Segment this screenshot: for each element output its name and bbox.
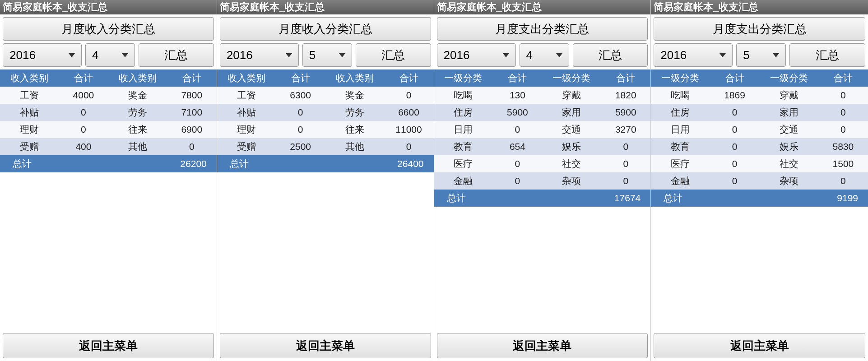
back-button[interactable]: 返回主菜单 <box>437 333 648 358</box>
table-cell: 5830 <box>814 141 868 152</box>
table-cell: 杂项 <box>542 175 596 187</box>
summarize-button[interactable]: 汇总 <box>789 43 865 67</box>
total-label: 总计 <box>0 157 61 170</box>
table-row: 受赠2500其他0 <box>217 138 434 155</box>
filter-row: 20165汇总 <box>651 43 868 69</box>
year-value: 2016 <box>227 48 253 62</box>
year-dropdown[interactable]: 2016 <box>3 43 82 67</box>
table-header-cell: 合计 <box>705 72 759 84</box>
table-row: 理财0往来11000 <box>217 121 434 138</box>
table-header-cell: 收入类别 <box>217 72 271 84</box>
chevron-down-icon <box>773 53 779 57</box>
table-cell: 往来 <box>325 123 380 136</box>
window-title: 简易家庭帐本_收支汇总 <box>0 0 217 14</box>
table-header-cell: 合计 <box>380 72 434 84</box>
window-title: 简易家庭帐本_收支汇总 <box>217 0 434 14</box>
table-row: 受赠400其他0 <box>0 138 217 155</box>
table-cell: 奖金 <box>108 89 162 102</box>
table-cell: 0 <box>596 158 650 169</box>
table-row: 日用0交通0 <box>651 121 868 138</box>
table-cell: 0 <box>271 107 325 118</box>
back-button[interactable]: 返回主菜单 <box>3 333 214 358</box>
category-summary-button[interactable]: 月度收入分类汇总 <box>3 17 214 41</box>
table-cell: 其他 <box>325 140 380 153</box>
table-cell: 0 <box>705 124 759 135</box>
total-value: 9199 <box>712 193 868 204</box>
table-cell: 130 <box>488 90 542 101</box>
chevron-down-icon <box>69 53 75 57</box>
category-summary-button[interactable]: 月度收入分类汇总 <box>220 17 431 41</box>
year-dropdown[interactable]: 2016 <box>220 43 299 67</box>
summary-panel: 简易家庭帐本_收支汇总月度收入分类汇总20164汇总收入类别合计收入类别合计工资… <box>0 0 217 361</box>
table-row: 教育654娱乐0 <box>434 138 651 155</box>
summarize-button[interactable]: 汇总 <box>356 43 431 67</box>
table-cell: 工资 <box>217 89 271 102</box>
table-cell: 住房 <box>434 106 488 119</box>
table-cell: 0 <box>814 124 868 135</box>
table-cell: 0 <box>814 176 868 186</box>
table-cell: 受赠 <box>0 140 54 153</box>
table-cell: 0 <box>705 176 759 186</box>
table-row: 医疗0社交0 <box>434 155 651 172</box>
summarize-button[interactable]: 汇总 <box>573 43 648 67</box>
table-cell: 劳务 <box>325 106 380 119</box>
table-cell: 0 <box>488 158 542 169</box>
table-row: 吃喝1869穿戴0 <box>651 87 868 104</box>
table-cell: 0 <box>488 124 542 135</box>
table-cell: 教育 <box>434 140 488 153</box>
category-summary-button[interactable]: 月度支出分类汇总 <box>437 17 648 41</box>
month-dropdown[interactable]: 5 <box>302 43 352 67</box>
table-cell: 654 <box>488 141 542 152</box>
total-label: 总计 <box>217 157 278 170</box>
summarize-button[interactable]: 汇总 <box>139 43 214 67</box>
month-dropdown[interactable]: 4 <box>520 43 569 67</box>
back-button[interactable]: 返回主菜单 <box>654 333 865 358</box>
total-label: 总计 <box>651 192 712 204</box>
table-total-row: 总计9199 <box>651 190 868 207</box>
category-summary-button[interactable]: 月度支出分类汇总 <box>654 17 865 41</box>
table-header-row: 一级分类合计一级分类合计 <box>651 69 868 87</box>
chevron-down-icon <box>122 53 128 57</box>
window-title: 简易家庭帐本_收支汇总 <box>651 0 868 14</box>
table-row: 理财0往来6900 <box>0 121 217 138</box>
table-cell: 5900 <box>488 107 542 118</box>
table-cell: 0 <box>54 124 108 135</box>
table-cell: 6900 <box>162 124 217 135</box>
table-row: 日用0交通3270 <box>434 121 651 138</box>
table-cell: 交通 <box>760 123 814 136</box>
month-dropdown[interactable]: 4 <box>85 43 135 67</box>
table-total-row: 总计26400 <box>217 155 434 172</box>
back-button[interactable]: 返回主菜单 <box>220 333 431 358</box>
table-cell: 日用 <box>651 123 705 136</box>
table-cell: 家用 <box>760 106 814 119</box>
table-cell: 吃喝 <box>651 89 705 102</box>
filter-row: 20164汇总 <box>0 43 217 69</box>
table-row: 工资4000奖金7800 <box>0 87 217 104</box>
table-cell: 1500 <box>814 158 868 169</box>
table-cell: 0 <box>705 141 759 152</box>
table-cell: 1869 <box>705 90 759 101</box>
year-dropdown[interactable]: 2016 <box>437 43 516 67</box>
table-cell: 劳务 <box>108 106 162 119</box>
table-row: 补贴0劳务7100 <box>0 104 217 121</box>
table-cell: 杂项 <box>760 175 814 187</box>
table-cell: 6600 <box>380 107 434 118</box>
table-cell: 0 <box>596 176 650 186</box>
month-dropdown[interactable]: 5 <box>736 43 786 67</box>
table-row: 医疗0社交1500 <box>651 155 868 172</box>
total-value: 26200 <box>61 158 216 169</box>
table-cell: 0 <box>705 158 759 169</box>
year-dropdown[interactable]: 2016 <box>654 43 733 67</box>
month-value: 5 <box>309 48 316 62</box>
table-cell: 家用 <box>542 106 596 119</box>
table-row: 金融0杂项0 <box>651 172 868 190</box>
table-total-row: 总计17674 <box>434 190 651 207</box>
table-cell: 补贴 <box>217 106 271 119</box>
total-value: 17674 <box>495 193 650 204</box>
month-value: 5 <box>743 48 749 62</box>
table-cell: 穿戴 <box>760 89 814 102</box>
year-value: 2016 <box>444 48 470 62</box>
month-value: 4 <box>92 48 98 62</box>
table-area: 一级分类合计一级分类合计吃喝130穿戴1820住房5900家用5900日用0交通… <box>434 69 651 330</box>
year-value: 2016 <box>9 48 36 62</box>
